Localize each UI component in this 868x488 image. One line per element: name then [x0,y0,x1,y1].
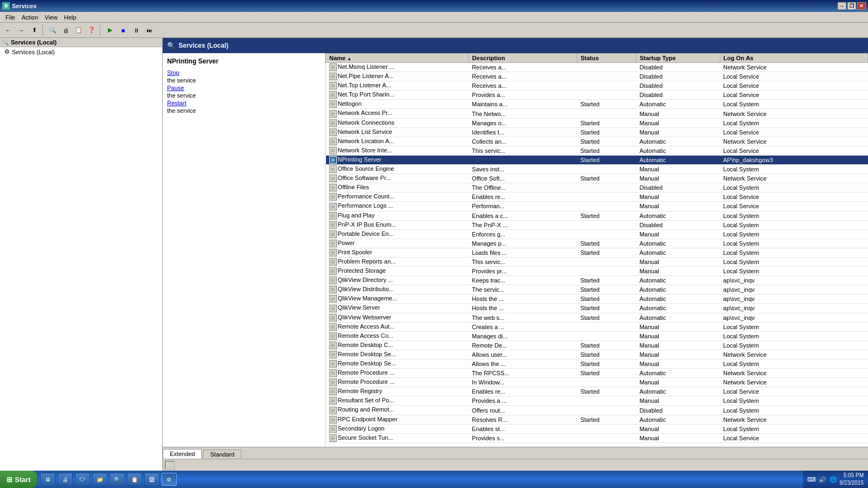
table-row[interactable]: ⚙Network Connections Manages o... Starte… [326,118,868,127]
col-name[interactable]: Name ▲ [326,54,469,63]
print-button[interactable]: 🖨 [60,24,72,36]
table-row[interactable]: ⚙Remote Desktop C... Remote De... Starte… [326,341,868,350]
tab-standard[interactable]: Standard [203,450,241,459]
pause-button[interactable]: ⏸ [130,24,142,36]
table-row[interactable]: ⚙Offline Files The Offline... Disabled L… [326,183,868,192]
col-status[interactable]: Status [577,54,636,63]
table-row[interactable]: ⚙Network List Service Identifies t... St… [326,127,868,137]
restore-button[interactable]: ❐ [847,2,856,10]
row-status [577,267,636,276]
table-row[interactable]: ⚙Net.Tcp Port Sharin... Provides a... Di… [326,91,868,100]
back-button[interactable]: ← [2,24,14,36]
table-row[interactable]: ⚙QlikView Directory ... Keeps trac... St… [326,276,868,285]
table-row[interactable]: ⚙QlikView Distributio... The servic... S… [326,285,868,294]
taskbar: ⊞ Start 🖥 🖨 🛡 📁 🔍 📋 🖼 ⚙ ⌨ 🔊 🌐 [0,471,868,488]
row-status: Started [577,174,636,183]
row-startup: Manual [636,267,720,276]
table-row[interactable]: ⚙QlikView Manageme... Hosts the ... Star… [326,294,868,304]
taskbar-app-7[interactable]: 🖼 [144,473,159,486]
table-row[interactable]: ⚙Remote Registry Enables re... Started A… [326,387,868,396]
table-row[interactable]: ⚙Remote Procedure ... In Window... Manua… [326,378,868,387]
restart-link[interactable]: Restart [167,100,321,106]
taskbar-app-services[interactable]: ⚙ [162,473,177,486]
table-row[interactable]: ⚙NPrinting Server Started Automatic AP\h… [326,155,868,164]
table-row[interactable]: ⚙Performance Logs ... Performan... Manua… [326,202,868,211]
minimize-button[interactable]: ─ [838,2,846,10]
close-button[interactable]: ✕ [857,2,866,10]
menu-view[interactable]: View [41,14,61,21]
row-desc: In Window... [469,378,577,387]
table-row[interactable]: ⚙Remote Procedure ... The RPCSS... Start… [326,369,868,378]
table-row[interactable]: ⚙QlikView Webserver The web s... Started… [326,313,868,322]
taskbar-app-1[interactable]: 🖥 [40,473,55,486]
services-tbody: ⚙Net.Msmq Listener ... Receives a... Dis… [326,63,868,443]
table-row[interactable]: ⚙PnP-X IP Bus Enum... The PnP-X ... Disa… [326,220,868,229]
table-row[interactable]: ⚙Secondary Logon Enables st... Manual Lo… [326,424,868,433]
table-row[interactable]: ⚙Power Manages p... Started Automatic Lo… [326,239,868,248]
taskbar-app-5[interactable]: 🔍 [110,473,125,486]
table-row[interactable]: ⚙Network Store Inte... This servic... St… [326,146,868,155]
help-button[interactable]: ❓ [86,24,98,36]
row-startup: Manual [636,192,720,202]
stop-link[interactable]: Stop [167,69,321,76]
table-row[interactable]: ⚙Net.Tcp Listener A... Receives a... Dis… [326,81,868,91]
row-name: ⚙Remote Access Co... [326,331,469,341]
col-description[interactable]: Description [469,54,577,63]
taskbar-app-6[interactable]: 📋 [127,473,142,486]
taskbar-app-4[interactable]: 📁 [92,473,107,486]
table-row[interactable]: ⚙Remote Desktop Se... Allows user... Sta… [326,350,868,359]
table-row[interactable]: ⚙Remote Access Aut... Creates a ... Manu… [326,322,868,331]
table-row[interactable]: ⚙Performance Count... Enables re... Manu… [326,192,868,202]
col-logon[interactable]: Log On As [720,54,867,63]
table-row[interactable]: ⚙Office Software Pr... Office Soft... St… [326,174,868,183]
menu-action[interactable]: Action [18,14,42,21]
table-row[interactable]: ⚙Network Access Pr... The Netwo... Manua… [326,109,868,118]
tab-extended[interactable]: Extended [163,449,202,459]
start-button[interactable]: ⊞ Start [0,471,38,488]
row-service-icon: ⚙ [329,286,337,293]
col-startup[interactable]: Startup Type [636,54,720,63]
row-service-icon: ⚙ [329,147,337,155]
table-row[interactable]: ⚙RPC Endpoint Mapper Resolves R... Start… [326,415,868,424]
table-row[interactable]: ⚙Problem Reports an... This servic... Ma… [326,257,868,266]
table-row[interactable]: ⚙Net.Pipe Listener A... Receives a... Di… [326,72,868,81]
menu-file[interactable]: File [2,14,18,21]
table-row[interactable]: ⚙Protected Storage Provides pr... Manual… [326,267,868,276]
row-logon: Network Service [720,350,867,359]
info-panel: NPrinting Server Stop the service Pause … [163,53,326,447]
play-button[interactable]: ▶ [104,24,116,36]
table-row[interactable]: ⚙Office Source Engine Saves inst... Manu… [326,165,868,174]
table-row[interactable]: ⚙Secure Socket Tun... Provides s... Manu… [326,433,868,442]
row-status [577,109,636,118]
stop-button[interactable]: ■ [117,24,129,36]
table-row[interactable]: ⚙QlikView Server Hosts the ... Started A… [326,304,868,313]
table-row[interactable]: ⚙Print Spooler Loads files ... Started A… [326,248,868,257]
row-service-icon: ⚙ [329,138,337,145]
up-button[interactable]: ⬆ [28,24,40,36]
taskbar-app-3[interactable]: 🛡 [75,473,90,486]
menu-help[interactable]: Help [61,14,80,21]
table-row[interactable]: ⚙Resultant Set of Po... Provides a ... M… [326,396,868,406]
table-row[interactable]: ⚙Net.Msmq Listener ... Receives a... Dis… [326,63,868,72]
table-row[interactable]: ⚙Remote Desktop Se... Allows the ... Sta… [326,359,868,369]
row-logon: Local Service [720,127,867,137]
row-name: ⚙Network Store Inte... [326,146,469,155]
table-row[interactable]: ⚙Netlogon Maintains a... Started Automat… [326,100,868,109]
row-service-icon: ⚙ [329,258,337,266]
tree-item-services-local[interactable]: ⚙ Services (Local) [0,47,162,56]
row-status [577,63,636,72]
taskbar-app-2[interactable]: 🖨 [58,473,73,486]
table-row[interactable]: ⚙Remote Access Co... Manages di... Manua… [326,331,868,341]
row-name: ⚙Plug and Play [326,211,469,220]
search-button[interactable]: 🔍 [47,24,59,36]
restart-action: Restart the service [167,100,321,114]
pause-link[interactable]: Pause [167,85,321,91]
title-bar-buttons[interactable]: ─ ❐ ✕ [838,2,866,10]
restart-button[interactable]: ⏭ [143,24,155,36]
table-row[interactable]: ⚙Plug and Play Enables a c... Started Au… [326,211,868,220]
table-row[interactable]: ⚙Routing and Remot... Offers rout... Dis… [326,406,868,415]
table-row[interactable]: ⚙Network Location A... Collects an... St… [326,137,868,146]
table-row[interactable]: ⚙Portable Device En... Enforces g... Man… [326,229,868,239]
forward-button[interactable]: → [15,24,27,36]
export-button[interactable]: 📋 [73,24,85,36]
